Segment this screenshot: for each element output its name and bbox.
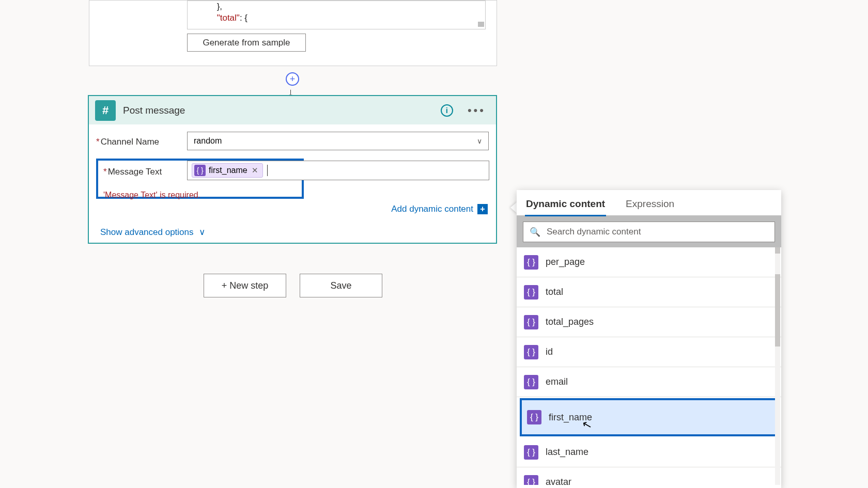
dyn-item-per-page[interactable]: { } per_page — [517, 247, 781, 277]
dynamic-content-flyout: Dynamic content Expression 🔍 Search dyna… — [517, 190, 781, 488]
chevron-down-icon: ∨ — [199, 227, 205, 238]
text-caret — [267, 165, 268, 176]
dyn-item-id[interactable]: { } id — [517, 337, 781, 367]
show-advanced-options[interactable]: Show advanced options ∨ — [89, 214, 496, 238]
token-remove-button[interactable]: ✕ — [252, 166, 258, 175]
flyout-tabs: Dynamic content Expression — [517, 190, 781, 216]
dyn-item-avatar[interactable]: { } avatar — [517, 467, 781, 485]
scroll-up-icon[interactable] — [775, 247, 780, 254]
add-dynamic-content-link[interactable]: Add dynamic content + — [89, 199, 496, 214]
tab-expression[interactable]: Expression — [625, 195, 675, 215]
label-message-text: *Message Text — [103, 166, 194, 177]
item-icon: { } — [527, 410, 541, 424]
item-icon: { } — [524, 475, 538, 485]
insert-step-button[interactable]: + — [285, 72, 300, 87]
schema-code-box[interactable]: }, "total": { — [187, 1, 486, 29]
add-dynamic-plus-icon: + — [477, 204, 488, 214]
slack-icon: # — [95, 100, 116, 121]
token-icon: { } — [194, 165, 206, 176]
channel-name-select[interactable]: random ∨ — [187, 132, 489, 150]
dyn-item-email[interactable]: { } email — [517, 367, 781, 397]
dynamic-items-list: { } per_page { } total { } total_pages {… — [517, 247, 781, 485]
label-channel-name: *Channel Name — [96, 132, 187, 147]
channel-name-value: random — [194, 136, 222, 146]
item-icon: { } — [524, 285, 538, 300]
item-icon: { } — [524, 445, 538, 460]
scroll-thumb[interactable] — [775, 274, 780, 347]
item-icon: { } — [524, 375, 538, 389]
dyn-item-first-name[interactable]: { } first_name — [520, 398, 778, 436]
save-button[interactable]: Save — [300, 274, 382, 297]
card-header[interactable]: # Post message i ••• — [89, 96, 496, 124]
card-title: Post message — [123, 105, 433, 116]
dyn-item-last-name[interactable]: { } last_name — [517, 437, 781, 467]
plus-icon: + — [286, 72, 299, 86]
validation-error: 'Message Text' is required. — [103, 191, 297, 200]
code-scroll-thumb[interactable] — [478, 22, 484, 27]
message-text-input[interactable]: { } first_name ✕ — [187, 161, 489, 180]
info-icon[interactable]: i — [441, 104, 453, 117]
row-message-text: *Message Text 'Message Text' is required… — [89, 159, 496, 199]
post-message-card: # Post message i ••• *Channel Name rando… — [88, 95, 497, 244]
dyn-item-total[interactable]: { } total — [517, 277, 781, 307]
new-step-button[interactable]: + New step — [204, 274, 286, 297]
search-icon: 🔍 — [530, 227, 540, 238]
item-icon: { } — [524, 345, 538, 359]
parse-json-card: }, "total": { Generate from sample — [89, 0, 497, 66]
tab-dynamic-content[interactable]: Dynamic content — [525, 195, 606, 216]
flyout-scrollbar[interactable] — [775, 247, 780, 485]
token-first-name[interactable]: { } first_name ✕ — [192, 163, 263, 178]
row-channel-name: *Channel Name random ∨ — [89, 132, 496, 150]
card-menu-button[interactable]: ••• — [468, 104, 486, 117]
item-icon: { } — [524, 255, 538, 270]
search-input[interactable]: 🔍 Search dynamic content — [523, 222, 775, 242]
chevron-down-icon: ∨ — [477, 137, 482, 145]
item-icon: { } — [524, 315, 538, 329]
dyn-item-total-pages[interactable]: { } total_pages — [517, 307, 781, 337]
generate-from-sample-button[interactable]: Generate from sample — [187, 34, 306, 52]
